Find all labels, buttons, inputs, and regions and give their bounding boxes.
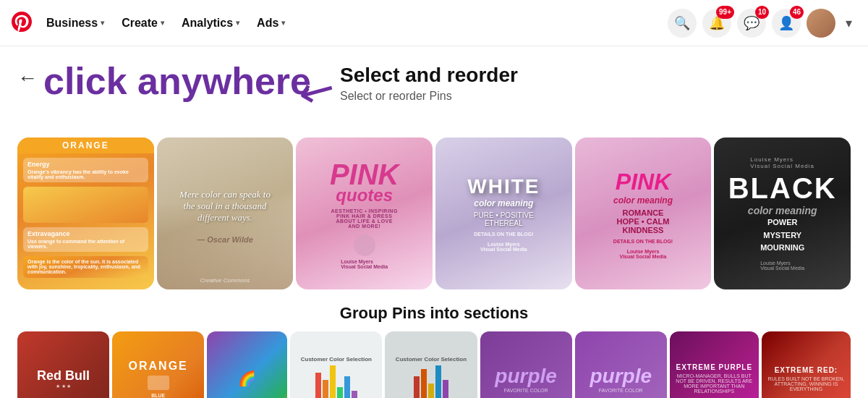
alerts-badge: 46 bbox=[790, 6, 804, 19]
pin-card-orange[interactable]: ORANGE Energy Orange's vibrancy has the … bbox=[17, 137, 154, 289]
pink-quotes-label: quotes bbox=[336, 185, 393, 206]
analytics-chevron: ▾ bbox=[236, 19, 239, 27]
white-content: WHITE color meaning PURE • POSITIVEETHER… bbox=[435, 137, 572, 289]
pink-description: AESTHETIC • INSPIRINGPINK HAIR & DRESSAB… bbox=[331, 208, 398, 229]
pin-card-quote[interactable]: Mere color can speak to the soul in a th… bbox=[157, 137, 294, 289]
nav-business[interactable]: Business ▾ bbox=[38, 11, 113, 35]
pinterest-logo[interactable] bbox=[12, 12, 32, 35]
create-chevron: ▾ bbox=[161, 19, 164, 27]
bp-bar2[interactable]: Customer Color Selection bbox=[385, 331, 477, 398]
search-button[interactable]: 🔍 bbox=[668, 9, 697, 38]
white-sub: PURE • POSITIVEETHEREAL bbox=[474, 211, 534, 227]
nav-more-chevron[interactable]: ▾ bbox=[841, 15, 856, 31]
pin-card-pink[interactable]: PINK quotes AESTHETIC • INSPIRINGPINK HA… bbox=[296, 137, 433, 289]
orange-energy-card: Energy Orange's vibrancy has the ability… bbox=[23, 158, 148, 182]
click-anywhere-left: ← click anywhere bbox=[17, 61, 311, 102]
white-credit: DETAILS ON THE BLOG!Louise MyersVisual S… bbox=[474, 232, 533, 252]
black-meaning: color meaning bbox=[748, 205, 817, 216]
black-content: Louise MyersVisual Social Media BLACK co… bbox=[714, 137, 851, 289]
black-credit: Louise MyersVisual Social Media bbox=[760, 261, 804, 271]
quote-credit: Creative Commons bbox=[157, 277, 294, 284]
white-title: WHITE bbox=[467, 175, 540, 198]
pin-card-black[interactable]: Louise MyersVisual Social Media BLACK co… bbox=[714, 137, 851, 289]
bp-extreme-purple[interactable]: EXTREME PURPLE MICRO-MANAGER, BULLS BUT … bbox=[670, 331, 759, 398]
group-pins-section: Group Pins into sections Red Bull ★ ★ ★ … bbox=[17, 304, 851, 398]
pin-card-pink2[interactable]: PINK color meaning ROMANCEHOPE • CALMKIN… bbox=[575, 137, 712, 289]
orange-extravagance-card: Extravagance Use orange to command the a… bbox=[23, 227, 148, 252]
click-anywhere-text[interactable]: click anywhere bbox=[43, 61, 311, 102]
nav-icons: 🔍 🔔 99+ 💬 10 👤 46 ▾ bbox=[668, 9, 856, 38]
pink2-content: PINK color meaning ROMANCEHOPE • CALMKIN… bbox=[575, 137, 712, 289]
click-anywhere-row: ← click anywhere Select and reorder Sele… bbox=[17, 46, 851, 109]
orange-label: ORANGE bbox=[17, 137, 154, 153]
main-content: ← click anywhere Select and reorder Sele… bbox=[0, 46, 868, 398]
bottom-pins-row: Red Bull ★ ★ ★ ORANGE BLUE 🌈 Customer Co… bbox=[17, 331, 851, 398]
business-label: Business bbox=[46, 17, 98, 30]
bp-purple2[interactable]: purple FAVORITE COLOR bbox=[575, 331, 667, 398]
notifications-badge: 99+ bbox=[716, 6, 734, 19]
messages-badge: 10 bbox=[755, 6, 769, 19]
pins-row: ORANGE Energy Orange's vibrancy has the … bbox=[17, 137, 851, 289]
select-reorder-panel: Select and reorder Select or reorder Pin… bbox=[340, 61, 518, 103]
black-top-text: Louise MyersVisual Social Media bbox=[750, 156, 814, 169]
pink2-title: PINK bbox=[616, 169, 671, 195]
bar-chart-2 bbox=[414, 365, 448, 399]
alerts-button[interactable]: 👤 46 bbox=[772, 9, 801, 38]
nav-analytics[interactable]: Analytics ▾ bbox=[173, 11, 248, 35]
pink2-meaning: color meaning bbox=[613, 195, 673, 206]
bp-orange[interactable]: ORANGE BLUE bbox=[112, 331, 204, 398]
bar-chart-1 bbox=[315, 365, 357, 399]
notifications-button[interactable]: 🔔 99+ bbox=[702, 9, 731, 38]
create-label: Create bbox=[122, 17, 158, 30]
search-icon: 🔍 bbox=[674, 15, 690, 31]
avatar[interactable] bbox=[807, 9, 835, 38]
bp-rainbow[interactable]: 🌈 bbox=[207, 331, 287, 398]
bp-bar1[interactable]: Customer Color Selection bbox=[290, 331, 382, 398]
bp-purple1[interactable]: purple FAVORITE COLOR bbox=[480, 331, 572, 398]
analytics-label: Analytics bbox=[182, 17, 233, 30]
avatar-image bbox=[807, 9, 835, 38]
pink-content: PINK quotes AESTHETIC • INSPIRINGPINK HA… bbox=[296, 137, 433, 289]
pink-credit: Louise MyersVisual Social Media bbox=[341, 259, 388, 269]
bp-extreme-red[interactable]: EXTREME RED: RULES BUILT NOT BE BROKEN, … bbox=[762, 331, 851, 398]
back-arrow[interactable]: ← bbox=[17, 67, 38, 90]
group-pins-title: Group Pins into sections bbox=[17, 304, 851, 323]
nav-ads[interactable]: Ads ▾ bbox=[248, 11, 294, 35]
select-reorder-title: Select and reorder bbox=[340, 64, 518, 87]
navbar: Business ▾ Create ▾ Analytics ▾ Ads ▾ 🔍 … bbox=[0, 0, 868, 46]
ads-label: Ads bbox=[257, 17, 278, 30]
pink2-list: ROMANCEHOPE • CALMKINDNESS bbox=[617, 208, 670, 234]
orange-inner: Energy Orange's vibrancy has the ability… bbox=[17, 137, 154, 284]
black-list: POWERMYSTERYMOURNING bbox=[760, 216, 804, 255]
black-title: BLACK bbox=[728, 172, 837, 205]
bp-redbull[interactable]: Red Bull ★ ★ ★ bbox=[17, 331, 109, 398]
messages-button[interactable]: 💬 10 bbox=[737, 9, 766, 38]
business-chevron: ▾ bbox=[101, 19, 104, 27]
pink2-credit: DETAILS ON THE BLOG!Louise MyersVisual S… bbox=[613, 239, 673, 259]
select-reorder-subtitle: Select or reorder Pins bbox=[340, 90, 518, 103]
ads-chevron: ▾ bbox=[281, 19, 285, 27]
pin-card-white[interactable]: WHITE color meaning PURE • POSITIVEETHER… bbox=[435, 137, 572, 289]
nav-create[interactable]: Create ▾ bbox=[113, 11, 173, 35]
white-meaning: color meaning bbox=[474, 198, 533, 208]
